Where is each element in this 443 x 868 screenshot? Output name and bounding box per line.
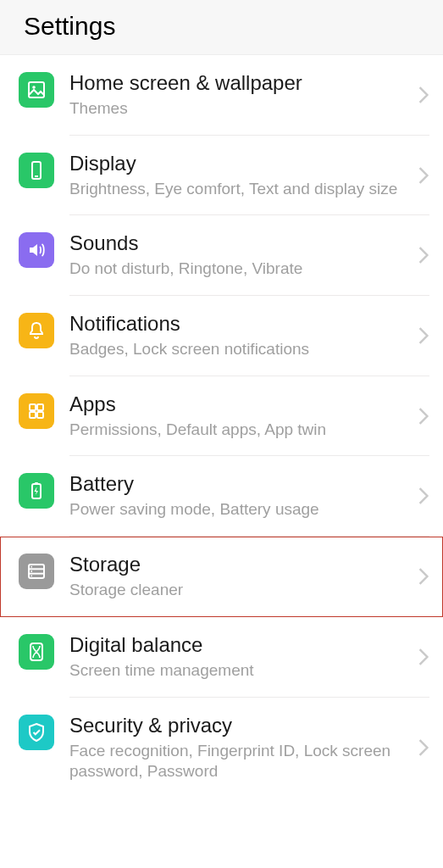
settings-item-title: Display <box>69 151 411 176</box>
settings-item-subtitle: Brightness, Eye comfort, Text and displa… <box>69 179 411 200</box>
chevron-right-icon <box>418 487 429 505</box>
settings-item-subtitle: Power saving mode, Battery usage <box>69 499 411 520</box>
chevron-right-icon <box>418 246 429 264</box>
storage-icon <box>19 554 54 589</box>
hourglass-icon <box>19 634 54 670</box>
phone-icon <box>19 153 54 188</box>
picture-icon <box>19 72 54 108</box>
settings-item-title: Battery <box>69 471 411 497</box>
chevron-right-icon <box>418 326 429 345</box>
settings-item-title: Home screen & wallpaper <box>69 70 411 96</box>
speaker-icon <box>19 232 54 268</box>
settings-item-subtitle: Storage cleaner <box>69 580 411 601</box>
shield-icon <box>19 715 54 750</box>
settings-item-subtitle: Permissions, Default apps, App twin <box>69 420 411 441</box>
settings-item-title: Security & privacy <box>69 713 411 738</box>
settings-item-digital-balance[interactable]: Digital balanceScreen time management <box>0 617 443 698</box>
chevron-right-icon <box>418 567 429 586</box>
settings-item-subtitle: Screen time management <box>69 660 411 682</box>
settings-item-subtitle: Do not disturb, Ringtone, Vibrate <box>69 259 411 280</box>
settings-list: Home screen & wallpaperThemesDisplayBrig… <box>0 55 443 798</box>
settings-item-apps[interactable]: AppsPermissions, Default apps, App twin <box>0 376 443 457</box>
settings-item-title: Apps <box>69 392 411 417</box>
chevron-right-icon <box>418 86 429 104</box>
settings-item-security[interactable]: Security & privacyFace recognition, Fing… <box>0 698 443 798</box>
settings-item-battery[interactable]: BatteryPower saving mode, Battery usage <box>0 456 443 537</box>
settings-item-title: Storage <box>69 552 411 577</box>
settings-item-home-screen[interactable]: Home screen & wallpaperThemes <box>0 55 443 136</box>
settings-item-storage[interactable]: StorageStorage cleaner <box>0 537 443 617</box>
settings-item-subtitle: Themes <box>69 98 411 120</box>
settings-item-title: Notifications <box>69 311 411 337</box>
chevron-right-icon <box>418 407 429 426</box>
page-title: Settings <box>0 0 443 55</box>
bell-icon <box>19 313 54 348</box>
battery-icon <box>19 473 54 509</box>
chevron-right-icon <box>418 166 429 185</box>
settings-item-subtitle: Face recognition, Fingerprint ID, Lock s… <box>69 741 411 782</box>
chevron-right-icon <box>418 738 429 757</box>
settings-item-subtitle: Badges, Lock screen notifications <box>69 339 411 360</box>
settings-item-sounds[interactable]: SoundsDo not disturb, Ringtone, Vibrate <box>0 215 443 296</box>
chevron-right-icon <box>418 648 429 666</box>
settings-item-notifications[interactable]: NotificationsBadges, Lock screen notific… <box>0 296 443 376</box>
settings-item-display[interactable]: DisplayBrightness, Eye comfort, Text and… <box>0 136 443 216</box>
grid-icon <box>19 393 54 429</box>
settings-item-title: Digital balance <box>69 632 411 658</box>
settings-item-title: Sounds <box>69 231 411 256</box>
